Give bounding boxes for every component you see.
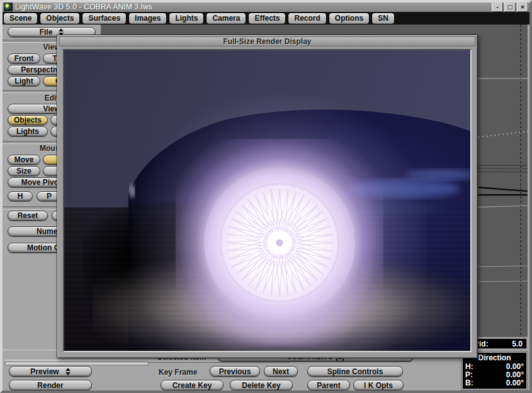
menu-lights[interactable]: Lights xyxy=(169,13,204,25)
bank-value: 0.00° xyxy=(506,379,524,387)
menu-images[interactable]: Images xyxy=(128,13,167,25)
menu-options[interactable]: Options xyxy=(329,13,370,25)
render-display-window[interactable]: Full-Size Render Display xyxy=(57,35,478,358)
menu-sn[interactable]: SN xyxy=(371,13,395,25)
window-title: LightWave 3D 5.0 - COBRA ANIM 3.lws xyxy=(15,3,152,11)
file-label: File xyxy=(40,28,53,36)
menu-record[interactable]: Record xyxy=(288,13,326,25)
lightwave-app-window: LightWave 3D 5.0 - COBRA ANIM 3.lws - □ … xyxy=(0,0,532,393)
parent-button[interactable]: Parent xyxy=(307,380,350,390)
edit-objects-button[interactable]: Objects xyxy=(8,115,48,125)
lightwave-app-icon xyxy=(4,3,13,11)
preview-label: Preview xyxy=(30,367,59,376)
menu-scene[interactable]: Scene xyxy=(3,13,38,25)
window-controls: - □ × xyxy=(492,2,528,12)
bank-label: B: xyxy=(465,379,473,387)
axis-h-toggle[interactable]: H xyxy=(8,191,33,201)
rendered-image xyxy=(63,49,472,352)
popup-arrows-icon xyxy=(65,368,71,375)
minimize-button[interactable]: - xyxy=(492,2,503,12)
close-button[interactable]: × xyxy=(517,2,528,12)
reset-button[interactable]: Reset xyxy=(8,211,48,221)
window-titlebar[interactable]: LightWave 3D 5.0 - COBRA ANIM 3.lws - □ … xyxy=(3,2,529,12)
menu-effects[interactable]: Effects xyxy=(248,13,286,25)
preview-popup-button[interactable]: Preview xyxy=(9,366,92,377)
menu-camera[interactable]: Camera xyxy=(206,13,246,25)
menu-surfaces[interactable]: Surfaces xyxy=(82,13,127,25)
key-frame-label: Key Frame xyxy=(159,368,209,377)
next-key-button[interactable]: Next xyxy=(264,366,298,377)
wire-wheel xyxy=(64,50,470,351)
view-front-button[interactable]: Front xyxy=(8,53,40,64)
render-window-titlebar[interactable]: Full-Size Render Display xyxy=(59,36,475,47)
delete-key-button[interactable]: Delete Key xyxy=(230,380,293,390)
create-key-button[interactable]: Create Key xyxy=(161,380,224,390)
ik-opts-button[interactable]: I K Opts xyxy=(353,380,404,390)
menu-objects[interactable]: Objects xyxy=(40,13,80,25)
frame-slider-handle[interactable] xyxy=(5,362,149,365)
view-light-button[interactable]: Light xyxy=(8,76,40,86)
bank-row: B: 0.00° xyxy=(465,379,524,387)
spline-controls-button[interactable]: Spline Controls xyxy=(307,366,403,377)
maximize-button[interactable]: □ xyxy=(504,2,516,12)
mouse-size-button[interactable]: Size xyxy=(8,166,40,176)
render-button[interactable]: Render xyxy=(9,380,92,390)
grid-value: 5.0 xyxy=(512,340,523,348)
edit-lights-button[interactable]: Lights xyxy=(8,126,48,136)
mouse-move-button[interactable]: Move xyxy=(8,155,40,165)
previous-key-button[interactable]: Previous xyxy=(210,366,260,377)
main-menubar: Scene Objects Surfaces Images Lights Cam… xyxy=(3,12,529,25)
